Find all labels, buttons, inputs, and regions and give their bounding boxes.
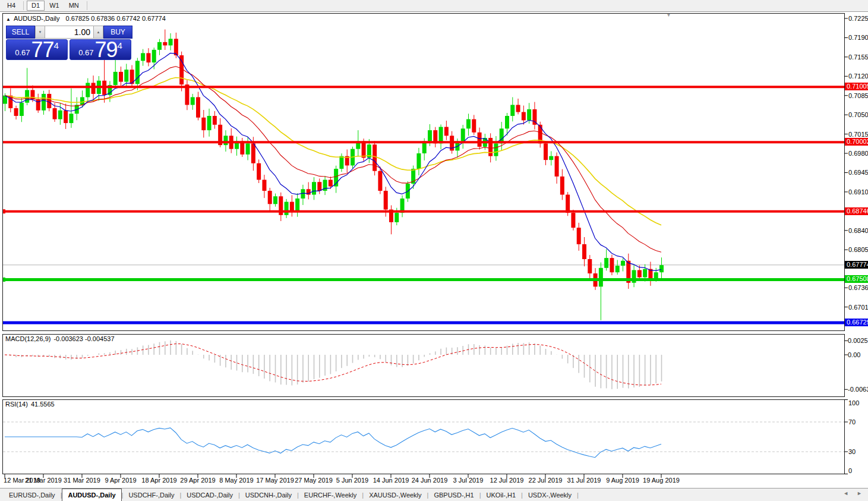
spinner-up-icon: ▲ [97, 30, 100, 34]
toolbar-separator [87, 1, 87, 10]
macd-panel[interactable] [5, 341, 661, 389]
main-chart-panel[interactable] [1, 30, 844, 323]
candle-body [20, 103, 24, 116]
candle-body [610, 258, 614, 272]
candle-body [91, 83, 96, 94]
price-badge-0.66725: 0.66725 [845, 319, 868, 326]
candle-body [527, 109, 531, 121]
candle-body [317, 182, 321, 191]
tab-usdx-weekly[interactable]: USDX-,Weekly [523, 489, 577, 501]
rsi-name: RSI(14) [5, 401, 28, 408]
candle-body [268, 191, 272, 204]
tab-usdcnh-daily[interactable]: USDCNH-,Daily [240, 489, 297, 501]
candle-body [58, 111, 62, 119]
buy-button[interactable]: BUY [103, 26, 132, 39]
date-label: 31 Mar 2019 [61, 477, 103, 484]
candle-body [273, 196, 277, 204]
macd-label: MACD(12,26,9)-0.003623 -0.004537 [5, 335, 115, 342]
price-tick-label: 0.69450 [848, 169, 868, 176]
price-tick-label: 0.68400 [848, 227, 868, 234]
date-label: 18 Apr 2019 [138, 477, 180, 484]
tab-usdchf-daily[interactable]: USDCHF-,Daily [123, 489, 179, 501]
candle-body [637, 270, 642, 278]
sell-button[interactable]: SELL [6, 26, 35, 39]
date-label: 22 Jul 2019 [525, 477, 566, 484]
price-tick-label: 0.71900 [848, 34, 868, 41]
candle-body [152, 50, 156, 62]
candle-body [466, 119, 471, 129]
rsi-value: 41.5565 [31, 401, 55, 408]
ma-slow-line [5, 78, 661, 225]
candle-body [47, 94, 51, 108]
volume-increase-button[interactable]: ▲ [93, 26, 103, 39]
macd-tick-label: 0.002574 [848, 337, 868, 344]
candle-body [621, 261, 625, 266]
tab-eurusd-daily[interactable]: EURUSD-,Daily [4, 489, 61, 501]
date-label: 21 Mar 2019 [23, 477, 64, 484]
rsi-line [5, 428, 661, 458]
symbol-title: AUDUSD-,Daily [14, 15, 60, 22]
tab-scroll-right-icon[interactable]: ► [857, 490, 862, 496]
rsi-panel[interactable] [3, 422, 844, 458]
bid-big-digits: 77 [31, 40, 53, 59]
chart-tab-bar: EURUSD-,Daily|AUDUSD-,Daily|USDCHF-,Dail… [0, 488, 868, 501]
macd-tick-label: 0.00 [848, 351, 860, 358]
date-label: 9 Apr 2019 [100, 477, 141, 484]
candle-body [141, 53, 145, 61]
price-tick-label: 0.71550 [848, 53, 868, 61]
rsi-label: RSI(14)41.5565 [5, 401, 55, 408]
price-tick-label: 0.68050 [848, 246, 868, 253]
price-tick-label: 0.70500 [848, 111, 868, 118]
volume-decrease-button[interactable]: ▼ [35, 26, 45, 39]
price-tick-label: 0.71200 [848, 73, 868, 80]
bid-prefix: 0.67 [15, 48, 30, 57]
timeframe-d1[interactable]: D1 [27, 1, 45, 11]
collapse-triangle-icon[interactable]: ▲ [6, 17, 11, 22]
candle-body [80, 97, 84, 105]
tab-eurchf-weekly[interactable]: EURCHF-,Weekly [299, 489, 362, 501]
candle-body [362, 141, 366, 158]
candle-body [555, 156, 559, 177]
current-price-badge: 0.67774 [845, 261, 868, 269]
candle-body [251, 143, 255, 163]
candle-body [582, 244, 586, 259]
hline-anchor[interactable] [1, 209, 5, 213]
tab-audusd-daily[interactable]: AUDUSD-,Daily [62, 489, 121, 501]
tab-ukoil-h1[interactable]: UKOil-,H1 [481, 489, 522, 501]
date-label: 3 Jul 2019 [447, 477, 489, 484]
date-label: 27 May 2019 [293, 477, 334, 484]
sell-price-box[interactable]: 0.67774 [6, 39, 68, 60]
tab-gbpusd-h1[interactable]: GBPUSD-,H1 [428, 489, 479, 501]
candle-body [53, 108, 57, 119]
tab-xauusd-weekly[interactable]: XAUUSD-,Weekly [364, 489, 427, 501]
price-badge-0.67508: 0.67508 [845, 275, 868, 283]
candle-body [113, 72, 118, 85]
candle-body [599, 268, 603, 287]
candle-body [577, 228, 581, 244]
panel-border [3, 335, 845, 397]
price-tick-label: 0.67360 [848, 284, 868, 291]
candle-body [295, 198, 299, 211]
chart-canvas[interactable] [0, 0, 868, 501]
panel-border [3, 14, 845, 331]
tab-scroll-left-icon[interactable]: ◄ [843, 490, 848, 496]
candle-body [472, 119, 476, 133]
rsi-tick-label: 30 [848, 448, 856, 455]
candle-body [416, 153, 421, 169]
price-badge-0.68746: 0.68746 [845, 207, 868, 215]
price-tick-label: 0.70850 [848, 92, 868, 99]
tab-usdcad-daily[interactable]: USDCAD-,Daily [181, 489, 238, 501]
timeframe-w1[interactable]: W1 [45, 1, 64, 11]
timeframe-toolbar: H4D1W1MN [0, 0, 868, 12]
hline-anchor[interactable] [1, 278, 5, 282]
candle-body [373, 144, 377, 171]
chart-shift-marker-icon[interactable]: ▼ [666, 12, 671, 18]
candle-body [604, 258, 608, 268]
volume-input[interactable]: 1.00 [45, 26, 93, 39]
timeframe-mn[interactable]: MN [64, 1, 84, 11]
spinner-down-icon: ▼ [39, 30, 42, 34]
date-label: 12 Jul 2019 [486, 477, 528, 484]
candle-body [64, 111, 68, 123]
timeframe-h4[interactable]: H4 [2, 1, 20, 11]
buy-price-box[interactable]: 0.67794 [70, 39, 131, 60]
